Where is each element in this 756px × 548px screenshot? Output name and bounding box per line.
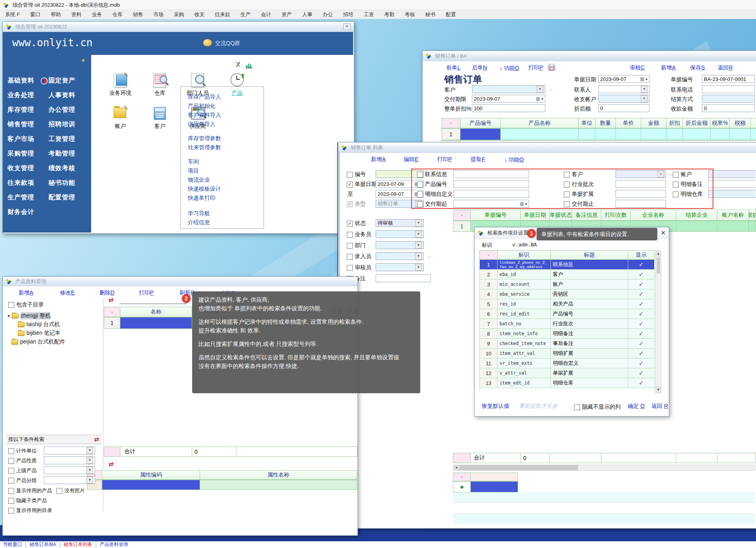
sidebar-item[interactable]: 客户市场 [7, 135, 34, 143]
sidebar-item[interactable]: 绩效考核 [49, 164, 75, 173]
menu-item[interactable]: 系统 F [0, 11, 25, 18]
type-checkbox[interactable] [347, 201, 353, 207]
prev-doc-button[interactable]: 前单L [446, 64, 460, 71]
icon-warehouse[interactable]: 仓库 [142, 72, 178, 97]
parent-checkbox[interactable] [8, 468, 14, 474]
taskbar-item-order-list[interactable]: 销售订单列表 [61, 541, 95, 548]
restore-defaults-button[interactable]: 恢复默认值 [482, 403, 509, 410]
save-button[interactable]: 保存S [690, 64, 705, 71]
received-input[interactable]: 0 [702, 104, 755, 112]
icon-account[interactable]: ✎ 账户 [102, 105, 138, 130]
column-setting-row[interactable]: 13 item_edt_id 明细仓库 ✓ [479, 378, 655, 388]
sales-order-titlebar[interactable]: ◆◆◆ 销售订单 / BA [423, 51, 756, 61]
menu-item[interactable]: 仓库 [107, 11, 128, 18]
close-icon[interactable]: ✕ [661, 229, 666, 236]
customer-combo[interactable]: ▼ [472, 85, 545, 93]
site-link[interactable]: www.onlyit.cn [12, 37, 93, 49]
sidebar-item[interactable]: 收支管理 [7, 164, 34, 173]
menu-item[interactable]: 配置 [441, 11, 461, 18]
quick-link[interactable]: 车间 [188, 157, 264, 166]
scroll-up-icon[interactable]: ▲ [656, 251, 661, 257]
hide-cols-checkbox[interactable] [574, 404, 580, 410]
function-menu-button[interactable]: ↓功能O [500, 64, 519, 72]
menu-item[interactable]: 往来款 [210, 11, 236, 18]
back-button[interactable]: 返回 R [651, 403, 668, 410]
add-button[interactable]: 新增A [661, 64, 676, 71]
function-menu-button[interactable]: ↓功能O [504, 156, 524, 163]
detail-wh-input[interactable] [708, 190, 756, 198]
deadline-input[interactable]: 2023-09-07▦ [472, 95, 545, 103]
menu-item[interactable]: 窗口 [25, 11, 46, 18]
menu-item[interactable]: 会计 [256, 11, 277, 18]
column-setting-row[interactable]: 7 batch_no 行业批次 ✓ [479, 319, 655, 329]
delete-button[interactable]: 删除D [99, 289, 114, 297]
close-icon[interactable]: ✕ [343, 23, 351, 30]
nature-checkbox[interactable] [8, 458, 14, 464]
sidebar-item[interactable]: 办公管理 [49, 106, 75, 114]
account-input[interactable] [708, 170, 756, 178]
column-setting-row[interactable]: 8 item_note_info 明细备注 ✓ [479, 329, 655, 339]
menu-item[interactable]: 采购 [169, 11, 189, 18]
dept-combo[interactable]: ▼ [376, 241, 424, 249]
contact-combo[interactable]: ▼ [598, 85, 649, 93]
back-button[interactable]: 返回R [718, 64, 733, 71]
quick-link[interactable]: 供应商导入 [188, 120, 264, 129]
tree-node[interactable]: bijiben 笔记本 [7, 329, 97, 338]
quick-link[interactable]: 客户资料导入 [188, 111, 264, 120]
chart-icon[interactable] [246, 62, 252, 68]
menu-item[interactable]: 收支 [189, 11, 210, 18]
menu-item[interactable]: 资料 [66, 11, 87, 18]
quick-link[interactable]: 物流企业 [188, 175, 264, 184]
sidebar-item[interactable]: 往来款项 [7, 179, 34, 187]
sidebar-item[interactable]: 配置管理 [49, 193, 75, 202]
horizontal-scrollbar[interactable]: ◄ [453, 465, 755, 471]
sidebar-item[interactable]: 工资管理 [49, 135, 75, 143]
menu-item[interactable]: 招培 [338, 11, 359, 18]
menu-item[interactable]: 考勤 [379, 11, 400, 18]
scroll-down-icon[interactable]: ▼ [656, 387, 661, 393]
parent-combo[interactable]: ▼ [44, 466, 95, 474]
attribute-row[interactable] [87, 480, 357, 490]
audit-button[interactable]: 审核C [630, 64, 645, 71]
sidebar-item[interactable]: 考勤管理 [49, 150, 75, 158]
qq-group-link[interactable]: 交流QQ群 [215, 40, 240, 47]
print-button[interactable]: 打印P [139, 289, 153, 297]
detail-note-input[interactable] [708, 180, 756, 188]
include-sub-checkbox[interactable] [8, 302, 14, 308]
dept-checkbox[interactable] [347, 243, 353, 249]
salesman-combo[interactable]: ▼ [376, 230, 424, 238]
product-titlebar[interactable]: ◆◆◆ 产品资料管理 [3, 277, 357, 286]
taskbar-item-nav[interactable]: 导航窗口 [0, 541, 25, 548]
menu-item[interactable]: 市场 [148, 11, 169, 18]
tree-node-root[interactable]: ▼zhengji 整机 [7, 312, 97, 320]
auditor-checkbox[interactable] [347, 265, 353, 271]
swap-icon[interactable]: ⇄ [109, 297, 114, 304]
account-combo[interactable]: ▼ [598, 95, 649, 103]
tree-expand-icon[interactable]: ▼ [7, 314, 11, 318]
tools-icon[interactable] [235, 61, 241, 68]
column-setting-row[interactable]: 4 eba_service 营销区 ✓ [479, 289, 655, 299]
menu-item[interactable]: 秘书 [420, 11, 441, 18]
quick-link[interactable]: 产品初始化 [188, 101, 264, 111]
sidebar-item[interactable]: 人事资料 [49, 91, 75, 99]
menu-item[interactable]: 帮助 [46, 11, 66, 18]
printer-icon[interactable] [548, 65, 555, 71]
swap-icon[interactable]: ⇄ [94, 436, 99, 443]
menu-item[interactable]: 销售 [128, 11, 148, 18]
entry-combo[interactable]: ▼ [376, 252, 424, 260]
taskbar-item-product[interactable]: 产品资料管理 [97, 541, 131, 548]
nav-window-titlebar[interactable]: ◆◆◆ 综合管理 oit 20230822 ✕ [3, 22, 354, 32]
group-checkbox[interactable] [8, 478, 14, 484]
column-setting-row[interactable]: 11 vr_item_exts 明细自定义 ✓ [479, 358, 655, 368]
phone-input[interactable] [702, 85, 755, 93]
no-checkbox[interactable] [347, 172, 353, 178]
quick-link[interactable]: 往来管理参数 [188, 143, 264, 152]
menu-item[interactable]: 业务 [87, 11, 107, 18]
edit-button[interactable]: 编辑E [404, 156, 418, 163]
detail-row-selected[interactable]: ◆ [453, 481, 755, 492]
doc-no-input[interactable]: BA-23-09-07-0001 [702, 75, 755, 83]
quick-link[interactable]: 介绍信息 [188, 218, 264, 227]
column-setting-row[interactable]: 10 item_attr_val 明细扩展 ✓ [479, 349, 655, 358]
sidebar-item[interactable]: 财务会计 [7, 208, 34, 216]
nature-combo[interactable]: ▼ [44, 456, 95, 464]
